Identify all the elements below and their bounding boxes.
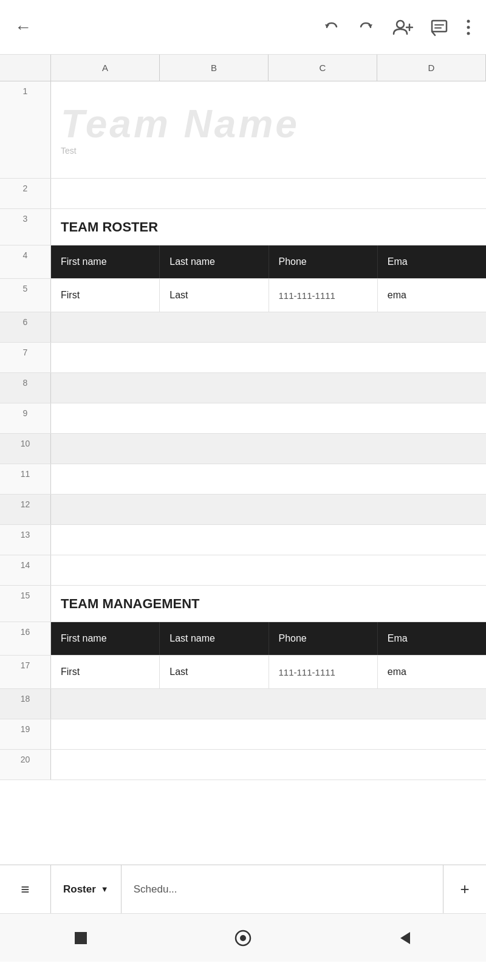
row-20-cell[interactable] [51,750,486,780]
col-header-d[interactable]: D [377,55,486,81]
row-14: 14 [0,555,486,586]
tab-schedule[interactable]: Schedu... [122,865,443,913]
row-19: 19 [0,719,486,750]
col-header-c[interactable]: C [269,55,377,81]
row-14-cell[interactable] [51,555,486,585]
mgmt-col-email[interactable]: Ema [378,622,486,655]
mgmt-col-phone[interactable]: Phone [269,622,378,655]
tab-menu-button[interactable]: ≡ [0,865,51,913]
row-12: 12 [0,495,486,525]
tab-roster[interactable]: Roster ▼ [51,865,122,913]
row-14-content[interactable] [51,555,486,585]
row-4: 4 First name Last name Phone Ema [0,245,486,279]
row-10-content[interactable] [51,434,486,464]
row-18: 18 [0,689,486,719]
redo-button[interactable] [357,18,375,36]
row-6: 6 [0,312,486,343]
undo-button[interactable] [322,18,340,36]
roster-data-firstname[interactable]: First [51,279,160,312]
row-num-11: 11 [0,464,51,494]
row-11-content[interactable] [51,464,486,494]
row-7-cell[interactable] [51,343,486,372]
row-2-content[interactable] [51,179,486,208]
row-num-2: 2 [0,179,51,208]
tab-dropdown-icon[interactable]: ▼ [101,885,109,894]
row-num-4: 4 [0,245,51,278]
team-management-label[interactable]: TEAM MANAGEMENT [51,586,486,622]
row-17: 17 First Last 111-111-1111 ema [0,656,486,689]
svg-rect-3 [432,21,447,32]
row-7-content[interactable] [51,343,486,372]
row-num-13: 13 [0,525,51,555]
rows-container[interactable]: 1 Team Name Test 2 3 TEAM ROSTER 4 [0,81,486,865]
row-num-16: 16 [0,622,51,655]
svg-point-0 [397,21,404,28]
svg-point-9 [467,32,470,35]
mgmt-col-lastname[interactable]: Last name [160,622,269,655]
sheet-tabs: ≡ Roster ▼ Schedu... + [0,865,486,913]
row-16-content: First name Last name Phone Ema [51,622,486,655]
add-sheet-button[interactable]: + [443,865,486,913]
android-nav-bar [0,913,486,962]
row-6-content[interactable] [51,312,486,342]
row-num-7: 7 [0,343,51,372]
mgmt-data-email[interactable]: ema [378,656,486,688]
roster-data-email[interactable]: ema [378,279,486,312]
row-8-cell[interactable] [51,373,486,403]
add-person-button[interactable] [392,18,413,36]
nav-home-button[interactable] [233,928,253,948]
team-name-cell[interactable]: Team Name Test [51,81,486,178]
roster-col-lastname[interactable]: Last name [160,245,269,278]
row-18-content[interactable] [51,689,486,719]
row-11: 11 [0,464,486,495]
row-20-content[interactable] [51,750,486,780]
col-header-b[interactable]: B [160,55,269,81]
row-8-content[interactable] [51,373,486,403]
row-6-cell[interactable] [51,312,486,342]
mgmt-data-lastname[interactable]: Last [160,656,269,688]
row-17-content[interactable]: First Last 111-111-1111 ema [51,656,486,688]
col-header-a[interactable]: A [51,55,160,81]
row-num-header [0,55,51,81]
roster-data-lastname[interactable]: Last [160,279,269,312]
row-5-content[interactable]: First Last 111-111-1111 ema [51,279,486,312]
row-num-18: 18 [0,689,51,719]
row-9: 9 [0,403,486,434]
nav-back-button[interactable] [395,928,415,948]
row-12-content[interactable] [51,495,486,524]
row-13-content[interactable] [51,525,486,555]
roster-col-phone[interactable]: Phone [269,245,378,278]
row-13: 13 [0,525,486,555]
roster-data-phone[interactable]: 111-111-1111 [269,279,378,312]
row-15-content[interactable]: TEAM MANAGEMENT [51,586,486,622]
row-1: 1 Team Name Test [0,81,486,179]
row-3-content[interactable]: TEAM ROSTER [51,209,486,245]
mgmt-data-phone[interactable]: 111-111-1111 [269,656,378,688]
row-18-cell[interactable] [51,689,486,719]
row-num-5: 5 [0,279,51,312]
row-2-cell[interactable] [51,179,486,208]
row-10-cell[interactable] [51,434,486,464]
row-9-content[interactable] [51,403,486,433]
more-options-button[interactable] [465,18,471,36]
back-button[interactable]: ← [15,18,32,37]
row-7: 7 [0,343,486,373]
row-19-cell[interactable] [51,719,486,749]
row-13-cell[interactable] [51,525,486,555]
mgmt-data-firstname[interactable]: First [51,656,160,688]
row-12-cell[interactable] [51,495,486,524]
row-10: 10 [0,434,486,464]
row-19-content[interactable] [51,719,486,749]
row-1-content[interactable]: Team Name Test [51,81,486,178]
row-11-cell[interactable] [51,464,486,494]
roster-col-email[interactable]: Ema [378,245,486,278]
toolbar: ← [0,0,486,55]
comment-button[interactable] [430,18,448,36]
roster-col-firstname[interactable]: First name [51,245,160,278]
mgmt-col-firstname[interactable]: First name [51,622,160,655]
row-num-6: 6 [0,312,51,342]
row-num-1: 1 [0,81,51,178]
row-9-cell[interactable] [51,403,486,433]
team-roster-label[interactable]: TEAM ROSTER [51,209,486,245]
nav-stop-button[interactable] [71,928,91,948]
